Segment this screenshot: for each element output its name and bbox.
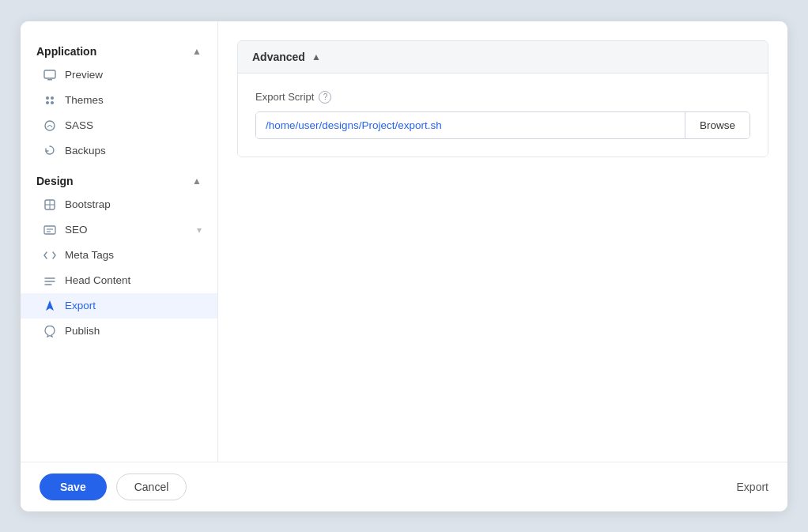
footer-right: Export (737, 480, 768, 494)
modal-container: Application ▲ Preview (21, 21, 787, 511)
sidebar-section-application[interactable]: Application ▲ (21, 40, 217, 62)
design-section-label: Design (36, 175, 74, 187)
export-icon (43, 299, 57, 313)
advanced-header-label: Advanced (252, 51, 305, 63)
sidebar-item-export[interactable]: Export (21, 293, 217, 319)
sidebar-item-preview-label: Preview (65, 69, 202, 81)
sidebar-item-preview[interactable]: Preview (21, 62, 217, 88)
browse-button[interactable]: Browse (685, 112, 749, 138)
svg-point-3 (51, 96, 54, 100)
main-content: Advanced ▲ Export Script ? Browse (218, 21, 787, 462)
sidebar-item-metatags-label: Meta Tags (65, 249, 202, 261)
export-script-label: Export Script (255, 91, 314, 103)
modal-footer: Save Cancel Export (21, 462, 787, 511)
sidebar-item-backups-label: Backups (65, 145, 202, 157)
advanced-arrow-icon: ▲ (311, 51, 321, 62)
export-script-input-group: Browse (255, 111, 750, 139)
application-section-label: Application (36, 45, 96, 58)
publish-icon (43, 324, 57, 338)
sidebar-item-metatags[interactable]: Meta Tags (21, 243, 217, 268)
sidebar-item-sass[interactable]: SASS (21, 113, 217, 138)
seo-expand-icon: ▾ (197, 224, 202, 236)
sidebar-item-bootstrap[interactable]: Bootstrap (21, 192, 217, 217)
sidebar-item-themes-label: Themes (65, 94, 202, 106)
cancel-button[interactable]: Cancel (116, 474, 187, 500)
svg-rect-10 (44, 226, 55, 234)
design-chevron-icon: ▲ (192, 175, 202, 187)
export-script-label-row: Export Script ? (255, 91, 750, 104)
sidebar-item-headcontent-label: Head Content (65, 274, 202, 286)
footer-left: Save Cancel (40, 474, 187, 500)
sidebar-item-seo-label: SEO (65, 224, 189, 236)
export-script-help-icon[interactable]: ? (319, 91, 331, 104)
application-chevron-icon: ▲ (192, 46, 202, 57)
sidebar-item-headcontent[interactable]: Head Content (21, 268, 217, 293)
seo-icon (43, 223, 57, 237)
svg-marker-16 (46, 300, 54, 311)
svg-rect-1 (47, 79, 52, 81)
sidebar-item-seo[interactable]: SEO ▾ (21, 217, 217, 243)
save-button[interactable]: Save (40, 474, 107, 500)
metatags-icon (43, 248, 57, 262)
preview-icon (43, 68, 57, 82)
export-button[interactable]: Export (737, 481, 768, 493)
advanced-panel-header[interactable]: Advanced ▲ (238, 41, 768, 74)
sidebar-item-themes[interactable]: Themes (21, 88, 217, 113)
svg-point-5 (51, 101, 54, 104)
themes-icon (43, 93, 57, 108)
export-script-input[interactable] (256, 112, 685, 138)
headcontent-icon (43, 274, 57, 288)
sidebar-item-publish-label: Publish (65, 325, 202, 337)
sidebar-section-design[interactable]: Design ▲ (21, 170, 217, 192)
sidebar: Application ▲ Preview (21, 21, 218, 462)
sass-icon (43, 119, 57, 133)
sidebar-item-publish[interactable]: Publish (21, 319, 217, 344)
sidebar-item-export-label: Export (65, 300, 202, 311)
advanced-panel-body: Export Script ? Browse (238, 74, 768, 157)
svg-point-4 (46, 101, 49, 104)
svg-point-2 (46, 96, 49, 100)
sidebar-item-backups[interactable]: Backups (21, 138, 217, 164)
svg-rect-0 (44, 70, 55, 78)
sidebar-item-bootstrap-label: Bootstrap (65, 198, 202, 210)
modal-body: Application ▲ Preview (21, 21, 787, 462)
sidebar-item-sass-label: SASS (65, 119, 202, 131)
backups-icon (43, 144, 57, 158)
bootstrap-icon (43, 198, 57, 212)
advanced-panel: Advanced ▲ Export Script ? Browse (237, 40, 768, 157)
